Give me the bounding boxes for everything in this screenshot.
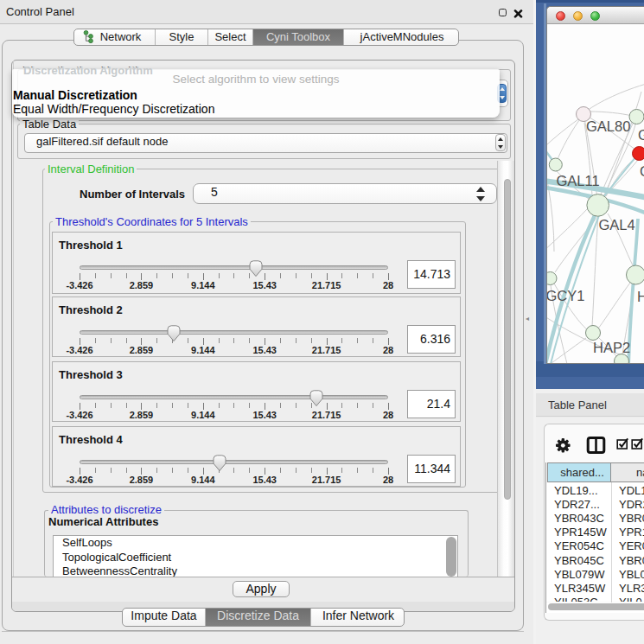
svg-text:C: C: [640, 163, 644, 179]
svg-text:GCY1: GCY1: [547, 288, 584, 303]
svg-text:HAP2: HAP2: [593, 340, 630, 355]
svg-text:H: H: [637, 289, 644, 304]
svg-text:GA: GA: [638, 127, 644, 143]
svg-text:GAL11: GAL11: [557, 173, 600, 188]
svg-text:GAL80: GAL80: [586, 118, 630, 134]
svg-text:GAL4: GAL4: [599, 217, 635, 233]
